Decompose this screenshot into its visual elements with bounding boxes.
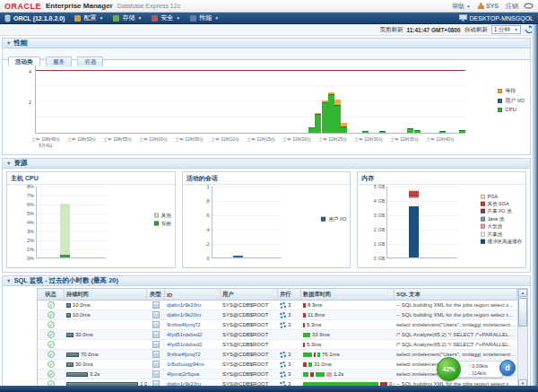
status-complete-icon: ✓ xyxy=(48,370,55,378)
bar-segment-用户 I/O xyxy=(233,256,243,257)
logout-label: 注销 xyxy=(506,2,518,11)
active-sessions-chart: 活动的会话 1.8.6.4.20 用户 I/O xyxy=(182,171,351,268)
cell-parallel: 3 xyxy=(278,360,301,369)
network-speed-widget[interactable]: ↑ 0.00k/s ↓ 114k/s 42% d xyxy=(437,357,519,384)
menu-security[interactable]: 安全 ▼ xyxy=(152,13,180,22)
cpu-segment xyxy=(439,131,446,133)
menu-label: 存储 xyxy=(122,13,134,22)
host-cpu-chart: 主机 CPU 8%7%6%5%4%3%2%1%0% 其他实例 xyxy=(6,171,176,268)
blue-app-icon[interactable]: d xyxy=(499,360,516,376)
cpu-segment xyxy=(362,131,369,133)
menu-storage[interactable]: 存储 ▼ xyxy=(113,13,142,22)
cell-duration: 70.0ms xyxy=(65,350,147,359)
page-content: ▼ 性能 活动类 服务 容器 上午 10时45分上午 10时50分上午 10时5… xyxy=(0,36,538,388)
sql-id-link[interactable]: 1r8u0uuqg94nv xyxy=(167,362,204,367)
table-row[interactable]: ✓10.0msdjabn1r9k20ruSYS@CDB$ROOT38.9ms--… xyxy=(38,301,517,310)
sql-id-link[interactable]: 9rzbw4fpnq72 xyxy=(167,352,201,357)
logout-link[interactable]: 注销 xyxy=(506,2,518,11)
disk-icon xyxy=(113,15,119,22)
resources-header[interactable]: ▼ 资源 xyxy=(3,159,530,169)
y-axis-tick: 4 GB xyxy=(374,198,386,204)
table-row[interactable]: ✓30.0ms4fyd51rdsbsd2SYS@CDB$ROOT33.9ms/*… xyxy=(38,330,517,340)
resources-title: 资源 xyxy=(13,159,27,168)
memory-ball-icon[interactable]: 42% xyxy=(437,357,461,381)
scroll-up-arrow[interactable]: ▲ xyxy=(518,289,527,297)
cell-id: 4fyd51rdsbsd2 xyxy=(165,330,221,339)
user-menu[interactable]: SYS xyxy=(478,3,499,10)
perf-bar xyxy=(322,100,328,133)
column-header[interactable]: 状态 xyxy=(38,289,65,300)
cell-type xyxy=(147,320,165,329)
cell-parallel: 3 xyxy=(278,370,301,379)
db-time-value: 5.3ms xyxy=(307,342,321,347)
sql-id-link[interactable]: 9rzbw4fpnq72 xyxy=(167,322,201,327)
memory-plot: 5 GB4 GB3 GB2 GB1 GB0 GB xyxy=(386,187,456,258)
legend-label: 大型池 xyxy=(488,223,503,230)
cell-status: ✓ xyxy=(38,310,65,319)
shield-icon xyxy=(152,15,158,22)
cpu-segment xyxy=(328,94,334,133)
gridline xyxy=(387,187,456,187)
db-time-value: 11.8ms xyxy=(308,312,325,318)
cell-duration xyxy=(65,320,147,329)
cell-status: ✓ xyxy=(38,301,65,309)
sql-id-link[interactable]: 4fpmsj2r5qva xyxy=(167,371,199,377)
column-header[interactable]: ID xyxy=(165,289,221,300)
db-time-value: 8.9ms xyxy=(308,302,322,308)
cell-user: SYS@CDB$ROOT xyxy=(221,310,278,319)
cell-db-time: 31.0ms xyxy=(301,360,395,369)
performance-header[interactable]: ▼ 性能 xyxy=(3,39,530,48)
sql-id-link[interactable]: djabn1r9k20ru xyxy=(167,302,201,308)
db-time-bar-segment xyxy=(303,333,310,337)
upload-arrow-icon: ↑ xyxy=(468,363,471,369)
status-complete-icon: ✓ xyxy=(48,321,55,328)
host-cpu-legend-item: 实例 xyxy=(154,220,171,226)
duration-bar xyxy=(66,313,71,318)
db-time-bar-segment xyxy=(303,353,312,357)
help-menu[interactable]: 帮助 ▼ xyxy=(452,2,471,11)
column-header[interactable]: SQL 文本 xyxy=(395,289,517,300)
y-axis-tick: 4 xyxy=(4,69,31,74)
column-header[interactable]: 持续时间 xyxy=(65,289,147,300)
upload-speed: 0.00k/s xyxy=(472,363,488,369)
column-header[interactable]: 类型 xyxy=(147,289,165,300)
table-row[interactable]: ✓10.0msdjabn1r9k20ruSYS@CDB$ROOT311.8ms-… xyxy=(38,310,517,320)
legend-label: 共享 I/O 池 xyxy=(488,208,512,214)
page-bottom-border xyxy=(0,386,538,392)
menu-performance[interactable]: 性能 ▼ xyxy=(190,13,219,22)
auto-refresh-select[interactable]: 1 分钟 ▼ xyxy=(491,25,521,34)
column-header[interactable]: 数据库时间 xyxy=(301,289,395,300)
scrollbar-thumb[interactable] xyxy=(518,298,527,327)
database-home[interactable]: ORCL (12.1.0.2.0) xyxy=(4,14,65,22)
sql-id-link[interactable]: 4fyd51rdsbsd2 xyxy=(167,332,202,337)
bar-segment-其他 xyxy=(60,204,70,255)
sql-type-icon xyxy=(152,370,160,378)
table-row[interactable]: ✓4fyd51rdsbsd2SYS@CDB$ROOT5.3ms/* SQL An… xyxy=(38,340,517,350)
table-row[interactable]: ✓9rzbw4fpnq72SYS@CDB$ROOT35.3msselect xm… xyxy=(38,320,517,330)
legend-swatch xyxy=(321,217,325,222)
menu-configure[interactable]: 配置 ▼ xyxy=(74,13,103,22)
resource-bar xyxy=(60,204,70,257)
sql-id-link[interactable]: 4fyd51rdsbsd2 xyxy=(167,342,202,347)
y-axis-tick: 0 xyxy=(207,256,210,261)
perf-legend-item: 用户 I/O xyxy=(498,97,525,105)
parallel-gear-icon xyxy=(280,352,286,358)
cell-type xyxy=(147,330,165,339)
cell-user: SYS@CDB$ROOT xyxy=(221,370,278,379)
column-header[interactable]: 并行 xyxy=(278,289,301,300)
memory-legend-item: 大型池 xyxy=(481,223,523,230)
legend-swatch xyxy=(481,194,485,198)
database-name: ORCL (12.1.0.2.0) xyxy=(13,15,65,22)
column-header[interactable]: 用户 xyxy=(221,289,278,300)
user-value: SYS@CDB$ROOT xyxy=(222,332,268,337)
gridline xyxy=(387,201,456,202)
x-axis-tick: 上午 11时35分 xyxy=(390,136,419,142)
cpu-segment xyxy=(459,130,465,133)
resources-section: ▼ 资源 主机 CPU 8%7%6%5%4%3%2%1%0% 其他实例 活动的会… xyxy=(2,158,531,273)
duration-bar xyxy=(66,372,88,377)
sql-monitor-header[interactable]: ▼ SQL 监视 - 过去的小时数 (最高 20) xyxy=(3,276,530,286)
gridline xyxy=(37,231,106,232)
edition-label: Database Express 12c xyxy=(117,3,180,9)
sql-id-link[interactable]: djabn1r9k20ru xyxy=(167,312,201,318)
cell-id: 4fpmsj2r5qva xyxy=(165,370,221,379)
